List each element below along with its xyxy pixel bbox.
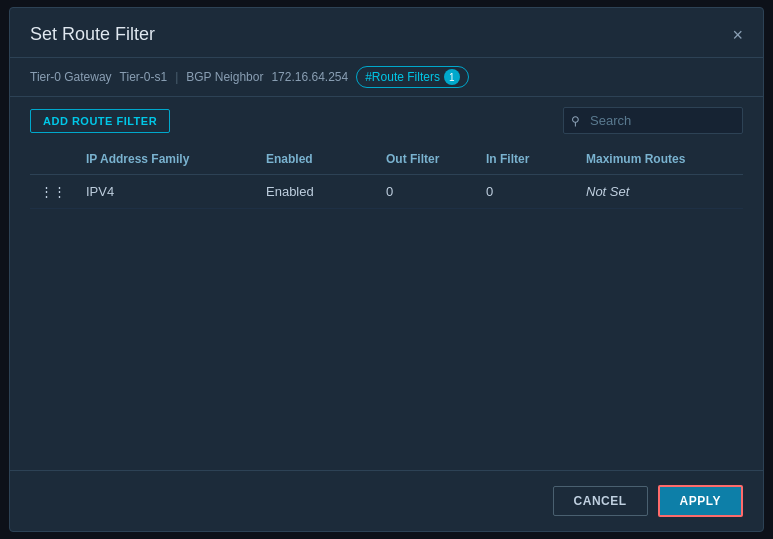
cell-ip-address-family: IPV4 [76, 175, 256, 209]
apply-button[interactable]: APPLY [658, 485, 743, 517]
col-header-in-filter: In Filter [476, 144, 576, 175]
table-container: IP Address Family Enabled Out Filter In … [10, 144, 763, 470]
cell-out-filter: 0 [376, 175, 476, 209]
modal-overlay: Set Route Filter × Tier-0 Gateway Tier-0… [0, 0, 773, 539]
bgp-ip: 172.16.64.254 [271, 70, 348, 84]
toolbar: ADD ROUTE FILTER ⚲ [10, 97, 763, 144]
modal-dialog: Set Route Filter × Tier-0 Gateway Tier-0… [9, 7, 764, 532]
col-header-maximum-routes: Maximum Routes [576, 144, 743, 175]
cell-maximum-routes: Not Set [576, 175, 743, 209]
col-header-out-filter: Out Filter [376, 144, 476, 175]
add-route-button[interactable]: ADD ROUTE FILTER [30, 109, 170, 133]
search-icon: ⚲ [571, 114, 580, 128]
breadcrumb: Tier-0 Gateway Tier-0-s1 | BGP Neighbor … [10, 58, 763, 97]
drag-handle[interactable]: ⋮⋮ [30, 175, 76, 209]
breadcrumb-separator1: | [175, 70, 178, 84]
route-filter-table: IP Address Family Enabled Out Filter In … [30, 144, 743, 209]
modal-header: Set Route Filter × [10, 8, 763, 58]
cell-in-filter: 0 [476, 175, 576, 209]
bgp-label: BGP Neighbor [186, 70, 263, 84]
route-filters-label: #Route Filters [365, 70, 440, 84]
route-filters-count: 1 [444, 69, 460, 85]
col-header-ip-address-family: IP Address Family [76, 144, 256, 175]
close-button[interactable]: × [732, 26, 743, 44]
table-row: ⋮⋮IPV4Enabled00Not Set [30, 175, 743, 209]
table-header-row: IP Address Family Enabled Out Filter In … [30, 144, 743, 175]
modal-title: Set Route Filter [30, 24, 155, 45]
search-input[interactable] [563, 107, 743, 134]
search-container: ⚲ [563, 107, 743, 134]
tier0-label: Tier-0 Gateway [30, 70, 112, 84]
col-header-drag [30, 144, 76, 175]
col-header-enabled: Enabled [256, 144, 376, 175]
modal-footer: CANCEL APPLY [10, 470, 763, 531]
cancel-button[interactable]: CANCEL [553, 486, 648, 516]
cell-enabled: Enabled [256, 175, 376, 209]
route-filters-badge[interactable]: #Route Filters 1 [356, 66, 469, 88]
tier0-value: Tier-0-s1 [120, 70, 168, 84]
